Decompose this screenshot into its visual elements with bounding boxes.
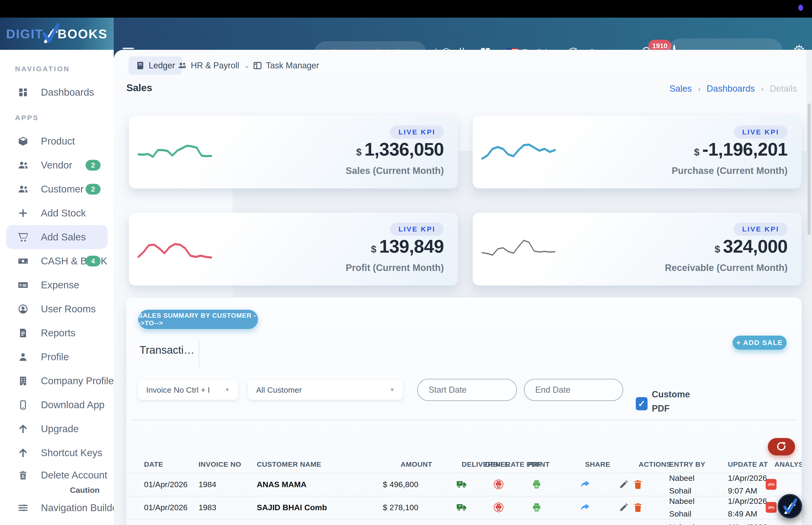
live-kpi-badge: LIVE KPI (734, 125, 787, 139)
recording-dot (798, 5, 803, 11)
sales-summary-button[interactable]: SALES SUMMARY BY CUSTOMER -->TO--> (138, 310, 258, 329)
sidebar-section-navigation: NAVIGATION (15, 65, 114, 74)
money-check-icon: $ (17, 280, 29, 291)
add-sale-button[interactable]: + ADD SALE (733, 335, 787, 350)
refresh-button[interactable] (768, 438, 795, 455)
sidebar-item-delete-account[interactable]: Delete Account (6, 465, 108, 485)
edit-pencil-icon[interactable] (618, 473, 629, 496)
profit-sparkline (138, 234, 211, 265)
share-icon[interactable] (580, 496, 591, 519)
col-header-analysis[interactable]: ANALYSIS (775, 456, 802, 473)
kpi-card-sales: LIVE KPI $1,336,050 Sales (Current Month… (129, 116, 458, 189)
sidebar-item-reports[interactable]: Reports (6, 321, 108, 345)
share-icon[interactable] (580, 473, 591, 496)
kpi-label: Sales (Current Month) (346, 165, 444, 176)
edit-pencil-icon[interactable] (618, 496, 629, 519)
trash-icon (17, 469, 29, 481)
deliverbill-truck-icon[interactable] (456, 473, 467, 496)
sidebar-item-cash-bank[interactable]: CASH & BANK 4 (6, 249, 108, 273)
sidebar-item-label: Dashboards (41, 87, 94, 98)
os-top-strip (0, 0, 812, 18)
col-header-entry-by[interactable]: ENTRY BY (669, 456, 705, 473)
delete-trash-icon[interactable] (632, 496, 643, 519)
tab-ledger[interactable]: Ledger (128, 56, 182, 75)
sidebar-item-expense[interactable]: $ Expense (6, 273, 108, 297)
sidebar-item-vendor[interactable]: Vendor 2 (6, 153, 108, 177)
breadcrumb-dashboards[interactable]: Dashboards (707, 84, 755, 94)
col-header-customer[interactable]: CUSTOMER NAME (257, 456, 321, 473)
custom-pdf-label: Custome PDF (652, 387, 690, 416)
live-kpi-badge: LIVE KPI (390, 223, 444, 236)
col-header-share[interactable]: SHARE (585, 456, 610, 473)
digitxbooks-logo-icon (42, 23, 59, 43)
transactions-card: SALES SUMMARY BY CUSTOMER -->TO--> Trans… (126, 298, 802, 525)
col-header-date[interactable]: DATE (144, 456, 163, 473)
users-icon (17, 160, 29, 171)
arrow-up-icon (17, 423, 29, 435)
sidebar-item-add-stock[interactable]: Add Stock (6, 201, 108, 225)
assistant-chat-button[interactable] (778, 494, 802, 519)
sidebar-item-add-sales[interactable]: Add Sales (6, 225, 108, 249)
sidebar-item-shortcut-keys[interactable]: Shortcut Keys (6, 441, 108, 465)
print-icon[interactable] (531, 496, 542, 519)
col-header-invoice-no[interactable]: INVOICE NO (199, 456, 241, 473)
digitxbooks-logo-icon (783, 498, 797, 514)
start-date-input[interactable] (417, 379, 517, 401)
vendor-count-badge: 2 (86, 160, 101, 170)
deliverbill-truck-icon[interactable] (456, 496, 467, 519)
kpi-value: 1,336,050 (364, 140, 444, 159)
sidebar: NAVIGATION Dashboards APPS Product Vendo… (0, 50, 114, 525)
custom-pdf-checkbox[interactable]: ✓ (636, 397, 647, 410)
col-header-update-at[interactable]: UPDATE AT (728, 456, 768, 473)
svg-text:$: $ (19, 283, 21, 287)
delete-account-caution-label: Caution (0, 485, 99, 496)
product-cube-icon (17, 136, 29, 147)
sidebar-item-profile[interactable]: Profile (6, 345, 108, 369)
sidebar-item-company-profile[interactable]: Company Profile (6, 369, 108, 393)
print-icon[interactable] (531, 473, 542, 496)
delete-trash-icon[interactable] (632, 473, 643, 496)
kpi-value: 139,849 (379, 237, 444, 255)
generate-pdf-icon[interactable] (493, 473, 504, 496)
sidebar-item-dashboards[interactable]: Dashboards (6, 80, 108, 104)
analysis-jpg-icon[interactable]: JPG (766, 473, 777, 496)
sidebar-item-download-app[interactable]: Download App (6, 393, 108, 417)
breadcrumb-sales[interactable]: Sales (669, 84, 692, 94)
cash-bank-count-badge: 4 (86, 256, 101, 267)
tab-task-manager[interactable]: Task Manager (253, 56, 319, 75)
col-header-actions[interactable]: ACTIONS (639, 456, 671, 473)
kpi-card-profit: LIVE KPI $139,849 Profit (Current Month) (129, 213, 458, 286)
kpi-card-receivable: LIVE KPI $324,000 Receivable (Current Mo… (473, 213, 802, 286)
sidebar-item-product[interactable]: Product (6, 129, 108, 153)
plus-icon (17, 208, 29, 219)
col-header-print[interactable]: PRINT (528, 456, 550, 473)
tab-hr-payroll[interactable]: HR & Payroll ⌄ (178, 56, 249, 75)
kpi-card-purchase: LIVE KPI $-1,196,201 Purchase (Current M… (473, 116, 802, 189)
analysis-jpg-icon[interactable]: JPG (766, 496, 777, 519)
end-date-input[interactable] (524, 379, 623, 401)
sidebar-item-user-rooms[interactable]: User Rooms (6, 297, 108, 321)
person-icon (17, 351, 29, 363)
col-header-amount[interactable]: AMOUNT (401, 456, 432, 473)
sidebar-item-upgrade[interactable]: Upgrade (6, 417, 108, 441)
page-scrollbar[interactable] (806, 50, 812, 525)
sidebar-item-navigation-builder[interactable]: Navigation Builder (6, 496, 108, 520)
mobile-icon (17, 399, 29, 410)
generate-pdf-icon[interactable] (493, 496, 504, 519)
tab-label: Ledger (149, 61, 175, 71)
sales-sparkline (138, 137, 211, 168)
chevron-down-icon: ⌄ (244, 62, 249, 69)
section-divider (132, 420, 796, 420)
invoice-no-select[interactable]: Invoice No Ctrl + I ▼ (138, 380, 238, 400)
customer-select[interactable]: All Customer ▼ (248, 380, 403, 400)
logo-panel[interactable]: DIGIT BOOKS (0, 18, 114, 50)
caret-down-icon: ▼ (389, 387, 395, 393)
user-circle-icon (17, 303, 29, 315)
sidebar-item-customer[interactable]: Customer 2 (6, 177, 108, 201)
logo-text-books: BOOKS (58, 27, 108, 41)
kpi-value: 324,000 (723, 237, 787, 255)
caret-down-icon: ▼ (225, 387, 230, 393)
kpi-label: Profit (Current Month) (346, 262, 444, 273)
arrow-up-icon (17, 447, 29, 459)
page-title: Sales (126, 82, 152, 93)
